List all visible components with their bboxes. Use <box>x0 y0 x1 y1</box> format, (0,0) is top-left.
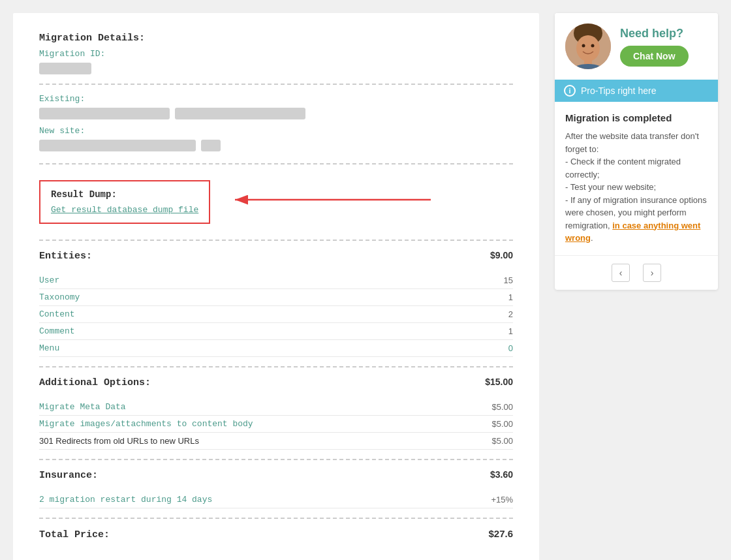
migration-details-title: Migration Details: <box>39 33 513 44</box>
entity-content-value: 2 <box>508 309 513 319</box>
entity-taxonomy-label: Taxonomy <box>39 292 80 302</box>
additional-options-price: $15.00 <box>485 377 513 387</box>
tips-body-5: . <box>591 233 593 243</box>
additional-options-section: Additional Options: $15.00 Migrate Meta … <box>39 377 513 450</box>
total-price-row: Total Price: $27.6 <box>39 528 513 546</box>
nav-next-button[interactable]: › <box>643 264 661 282</box>
tips-body-1: After the website data transfer don't fo… <box>565 131 699 154</box>
entity-menu-value: 0 <box>508 343 513 353</box>
svg-point-4 <box>576 35 600 61</box>
page-wrapper: Migration Details: Migration ID: Existin… <box>13 13 718 560</box>
table-row: User 15 <box>39 272 513 289</box>
svg-point-6 <box>591 44 595 48</box>
additional-options-header-row: Additional Options: $15.00 <box>39 377 513 394</box>
new-site-val-2 <box>201 140 221 151</box>
tips-body: After the website data transfer don't fo… <box>565 130 708 245</box>
avatar <box>565 23 611 69</box>
result-dump-box: Result Dump: Get result database dump fi… <box>39 180 210 224</box>
nav-prev-button[interactable]: ‹ <box>612 264 630 282</box>
additional-images-value: $5.00 <box>491 419 513 429</box>
sidebar: Need help? Chat Now i Pro-Tips right her… <box>555 13 718 290</box>
total-price-value: $27.6 <box>488 528 513 539</box>
red-arrow-icon <box>228 187 437 213</box>
table-row: Menu 0 <box>39 340 513 357</box>
entities-header-row: Entities: $9.00 <box>39 250 513 267</box>
additional-redirects-label: 301 Redirects from old URLs to new URLs <box>39 436 199 446</box>
entities-rows: User 15 Taxonomy 1 Content 2 Comment 1 M… <box>39 272 513 357</box>
divider-1 <box>39 84 513 85</box>
pro-tips-label: Pro-Tips right here <box>581 86 656 96</box>
result-dump-link[interactable]: Get result database dump file <box>51 205 198 215</box>
entities-price: $9.00 <box>490 250 513 260</box>
divider-2 <box>39 163 513 164</box>
table-row: Migrate Meta Data $5.00 <box>39 399 513 416</box>
additional-images-label: Migrate images/attachments to content bo… <box>39 419 253 429</box>
new-site-val-1 <box>39 140 196 151</box>
entities-section: Entities: $9.00 User 15 Taxonomy 1 Conte… <box>39 250 513 357</box>
new-site-value-row <box>39 140 513 154</box>
chat-info: Need help? Chat Now <box>620 27 689 67</box>
additional-redirects-value: $5.00 <box>491 436 513 446</box>
pro-tips-bar: i Pro-Tips right here <box>555 80 718 102</box>
tips-content: Migration is completed After the website… <box>555 102 718 255</box>
entity-user-value: 15 <box>504 275 513 285</box>
additional-meta-label: Migrate Meta Data <box>39 402 126 412</box>
tips-body-2: - Check if the content migrated correctl… <box>565 157 681 179</box>
chat-header: Need help? Chat Now <box>555 13 718 80</box>
additional-options-label: Additional Options: <box>39 377 151 388</box>
insurance-label: Insurance: <box>39 470 98 481</box>
insurance-row-label: 2 migration restart during 14 days <box>39 495 212 505</box>
need-help-text: Need help? <box>620 27 689 40</box>
entity-menu-label: Menu <box>39 343 59 353</box>
migration-id-label: Migration ID: <box>39 49 513 59</box>
entity-comment-value: 1 <box>508 326 513 336</box>
migration-id-value <box>39 63 91 74</box>
info-icon: i <box>564 85 576 97</box>
existing-value-row <box>39 108 513 122</box>
existing-val-1 <box>39 108 170 119</box>
table-row: Migrate images/attachments to content bo… <box>39 416 513 433</box>
new-site-label: New site: <box>39 126 513 136</box>
entity-content-label: Content <box>39 309 75 319</box>
svg-point-5 <box>582 44 585 48</box>
main-panel: Migration Details: Migration ID: Existin… <box>13 13 539 560</box>
chat-now-button[interactable]: Chat Now <box>620 46 689 67</box>
tips-body-3: - Test your new website; <box>565 182 656 192</box>
insurance-section: Insurance: $3.60 2 migration restart dur… <box>39 469 513 508</box>
divider-5 <box>39 459 513 460</box>
insurance-price: $3.60 <box>490 469 513 480</box>
total-price-label: Total Price: <box>39 529 110 540</box>
existing-val-2 <box>175 108 305 119</box>
existing-label: Existing: <box>39 94 513 104</box>
result-dump-section: Result Dump: Get result database dump fi… <box>39 174 513 230</box>
additional-meta-value: $5.00 <box>491 402 513 412</box>
divider-3 <box>39 240 513 241</box>
table-row: Content 2 <box>39 306 513 323</box>
table-row: 2 migration restart during 14 days +15% <box>39 491 513 508</box>
tips-title: Migration is completed <box>565 112 708 123</box>
table-row: Comment 1 <box>39 323 513 340</box>
nav-arrows: ‹ › <box>555 255 718 290</box>
table-row: 301 Redirects from old URLs to new URLs … <box>39 433 513 450</box>
entities-label: Entities: <box>39 251 92 262</box>
insurance-row-value: +15% <box>491 495 513 505</box>
table-row: Taxonomy 1 <box>39 289 513 306</box>
entity-comment-label: Comment <box>39 326 75 336</box>
chat-panel: Need help? Chat Now i Pro-Tips right her… <box>555 13 718 290</box>
divider-6 <box>39 518 513 519</box>
result-dump-title: Result Dump: <box>51 189 198 200</box>
entity-taxonomy-value: 1 <box>508 292 513 302</box>
entity-user-label: User <box>39 275 59 285</box>
insurance-header-row: Insurance: $3.60 <box>39 469 513 486</box>
divider-4 <box>39 366 513 367</box>
